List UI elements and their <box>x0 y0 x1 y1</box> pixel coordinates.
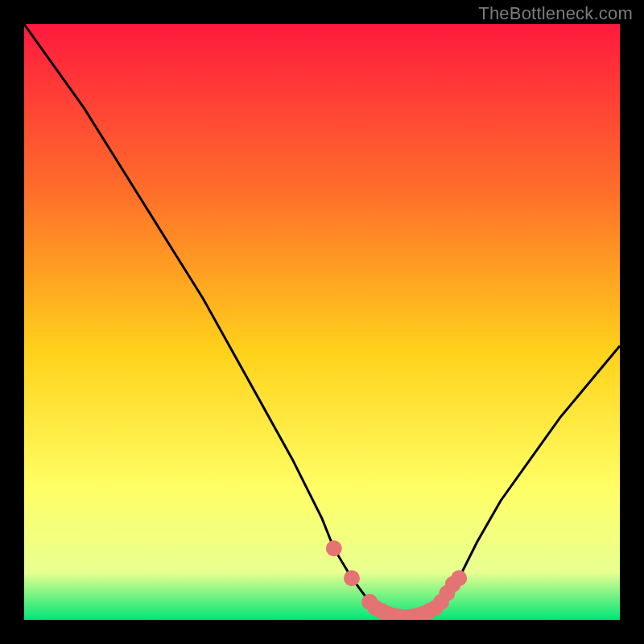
watermark-text: TheBottleneck.com <box>478 3 633 24</box>
marker-dot <box>451 570 467 586</box>
chart-stage: TheBottleneck.com <box>0 0 644 644</box>
marker-dot <box>344 570 360 586</box>
gradient-background <box>24 24 620 620</box>
bottleneck-chart <box>24 24 620 620</box>
marker-dot <box>326 540 342 556</box>
